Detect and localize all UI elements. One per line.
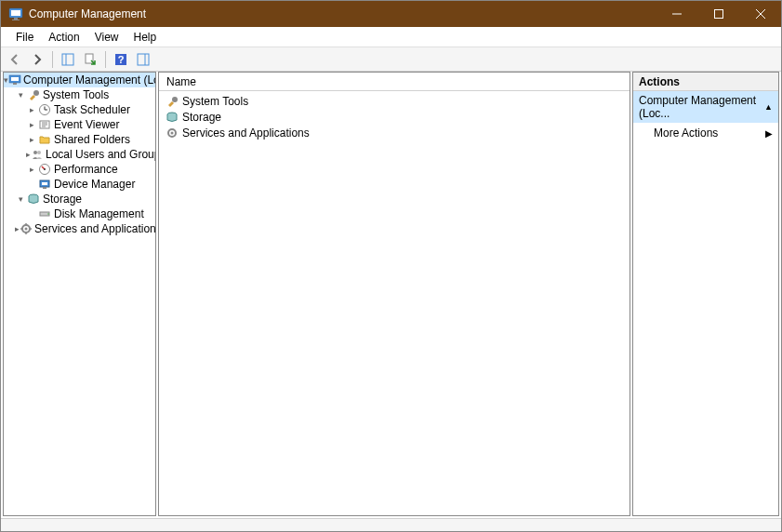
tree-node-shared-folders[interactable]: ▸ Shared Folders	[4, 132, 155, 147]
tree-label: Performance	[54, 163, 118, 176]
collapse-icon[interactable]: ▲	[764, 102, 773, 112]
tree-label: Local Users and Groups	[46, 148, 156, 161]
system-tools-icon	[26, 87, 41, 102]
tree-node-root[interactable]: ▾ Computer Management (Local)	[4, 73, 155, 87]
chevron-right-icon[interactable]: ▸	[26, 165, 37, 174]
disk-management-icon	[37, 206, 52, 221]
export-list-button[interactable]	[80, 49, 100, 70]
actions-item-label: More Actions	[654, 126, 718, 140]
list-panel: Name System Tools Storage Services and A…	[158, 72, 630, 516]
actions-context-label: Computer Management (Loc...	[639, 94, 764, 120]
minimize-button[interactable]	[656, 1, 697, 27]
help-button[interactable]: ?	[111, 49, 131, 70]
svg-rect-32	[43, 187, 46, 189]
list-item-label: Services and Applications	[182, 126, 310, 140]
svg-rect-2	[14, 18, 18, 20]
titlebar: Computer Management	[1, 1, 781, 27]
services-apps-icon	[165, 126, 179, 140]
tree-node-local-users[interactable]: ▸ Local Users and Groups	[4, 147, 155, 162]
svg-rect-3	[12, 20, 20, 20]
svg-rect-16	[11, 77, 19, 81]
window-root: Computer Management File Action View Hel…	[0, 0, 782, 532]
forward-button[interactable]	[27, 49, 47, 70]
svg-point-29	[44, 168, 46, 170]
app-icon	[8, 7, 23, 21]
chevron-right-icon[interactable]: ▸	[26, 105, 37, 114]
chevron-right-icon[interactable]: ▸	[26, 120, 37, 129]
list-item-services-apps[interactable]: Services and Applications	[163, 125, 626, 140]
tree-panel[interactable]: ▾ Computer Management (Local) ▾ System T…	[3, 72, 156, 516]
tree-node-services-apps[interactable]: ▸ Services and Applications	[4, 221, 155, 236]
storage-icon	[26, 192, 41, 206]
menu-help[interactable]: Help	[126, 28, 165, 47]
services-apps-icon	[20, 221, 33, 236]
svg-rect-31	[42, 182, 47, 185]
close-button[interactable]	[739, 1, 781, 27]
tree-node-system-tools[interactable]: ▾ System Tools	[4, 87, 155, 102]
performance-icon	[37, 162, 52, 177]
svg-rect-17	[13, 83, 17, 85]
toolbar-separator	[105, 51, 106, 68]
svg-rect-1	[11, 10, 20, 16]
actions-context-heading[interactable]: Computer Management (Loc... ▲	[633, 91, 778, 123]
tree-label: Storage	[43, 193, 82, 206]
column-name[interactable]: Name	[166, 75, 196, 88]
tree-node-device-manager[interactable]: Device Manager	[4, 177, 155, 192]
svg-point-45	[171, 131, 174, 134]
tree-node-disk-management[interactable]: Disk Management	[4, 206, 155, 221]
back-button[interactable]	[5, 49, 25, 70]
list-item-label: Storage	[182, 111, 221, 124]
actions-more-actions[interactable]: More Actions ▶	[633, 123, 778, 143]
menubar: File Action View Help	[1, 27, 781, 47]
list-item-label: System Tools	[182, 95, 248, 108]
chevron-right-icon: ▶	[765, 128, 773, 139]
menu-action[interactable]: Action	[41, 28, 86, 47]
show-hide-action-pane-button[interactable]	[133, 49, 153, 70]
show-hide-tree-button[interactable]	[58, 49, 78, 70]
actions-header: Actions	[633, 73, 778, 91]
system-tools-icon	[165, 94, 179, 109]
svg-rect-5	[714, 10, 722, 19]
list-header[interactable]: Name	[159, 73, 630, 91]
tree-label: Computer Management (Local)	[23, 73, 156, 86]
list-item-system-tools[interactable]: System Tools	[163, 93, 626, 109]
svg-text:?: ?	[118, 54, 125, 65]
svg-point-35	[47, 213, 49, 215]
tree-node-event-viewer[interactable]: ▸ Event Viewer	[4, 117, 155, 132]
chevron-right-icon[interactable]: ▸	[26, 135, 37, 144]
chevron-down-icon[interactable]: ▾	[15, 90, 26, 100]
toolbar-separator	[52, 51, 53, 68]
computer-management-icon	[8, 73, 21, 87]
statusbar	[1, 518, 781, 531]
list-body[interactable]: System Tools Storage Services and Applic…	[159, 91, 630, 515]
menu-view[interactable]: View	[87, 28, 126, 47]
users-icon	[31, 147, 44, 162]
actions-panel: Actions Computer Management (Loc... ▲ Mo…	[632, 72, 779, 516]
clock-icon	[37, 102, 52, 117]
tree-label: Disk Management	[54, 207, 144, 220]
svg-point-37	[25, 228, 28, 231]
list-item-storage[interactable]: Storage	[163, 109, 626, 125]
event-viewer-icon	[37, 117, 52, 132]
tree-node-storage[interactable]: ▾ Storage	[4, 192, 155, 206]
svg-rect-8	[62, 54, 73, 65]
svg-rect-13	[138, 54, 149, 65]
toolbar: ?	[1, 47, 781, 72]
shared-folders-icon	[37, 132, 52, 147]
tree-label: Shared Folders	[54, 133, 130, 146]
tree-label: Device Manager	[54, 178, 135, 191]
tree-label: Event Viewer	[54, 118, 119, 131]
svg-point-27	[37, 151, 41, 154]
tree-node-task-scheduler[interactable]: ▸ Task Scheduler	[4, 102, 155, 117]
tree-label: Services and Applications	[34, 222, 156, 235]
window-title: Computer Management	[29, 7, 146, 20]
tree-label: Task Scheduler	[54, 103, 130, 116]
tree-label: System Tools	[43, 88, 109, 101]
svg-point-18	[33, 90, 39, 96]
maximize-button[interactable]	[697, 1, 739, 27]
chevron-down-icon[interactable]: ▾	[15, 194, 26, 204]
device-manager-icon	[37, 177, 52, 192]
menu-file[interactable]: File	[8, 28, 41, 47]
svg-point-26	[33, 151, 37, 154]
tree-node-performance[interactable]: ▸ Performance	[4, 162, 155, 177]
